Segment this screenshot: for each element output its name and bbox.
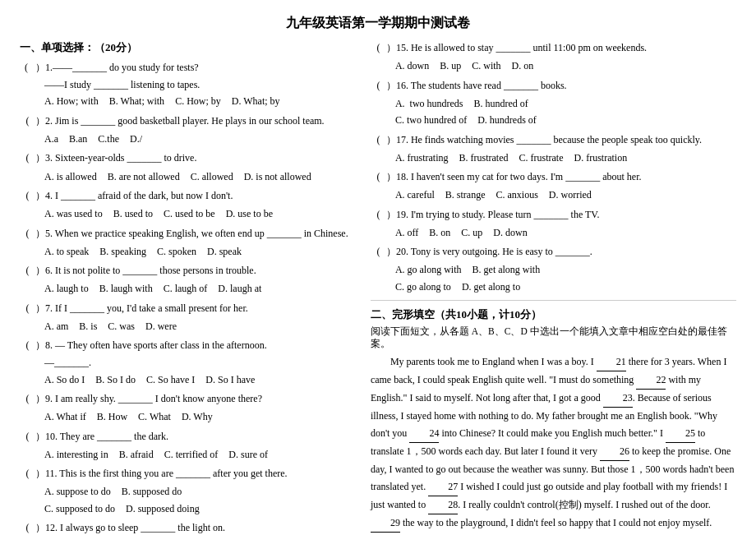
question-3: ( ）3. Sixteen-year-olds _______ to drive… — [20, 150, 357, 185]
section2-title: 二、完形填空（共10小题，计10分） — [371, 307, 736, 322]
section1-title: 一、单项选择：（20分） — [20, 40, 357, 55]
question-12: ( ）12. I always go to sleep _______ the … — [20, 520, 357, 535]
section2-instruction: 阅读下面短文，从各题 A、B、C、D 中选出一个能填入文章中相应空白处的最佳答案… — [371, 325, 736, 350]
question-11: ( ）11. This is the first thing you are _… — [20, 466, 357, 517]
question-20: ( ）20. Tony is very outgoing. He is easy… — [371, 244, 736, 295]
question-9: ( ）9. I am really shy. _______ I don't k… — [20, 391, 357, 426]
question-7: ( ）7. If I _______ you, I'd take a small… — [20, 301, 357, 335]
page-title: 九年级英语第一学期期中测试卷 — [20, 15, 736, 32]
question-5: ( ）5. When we practice speaking English,… — [20, 226, 357, 261]
question-6: ( ）6. It is not polite to _______ those … — [20, 263, 357, 297]
question-1: ( ）1.——_______ do you study for tests? —… — [20, 60, 357, 110]
question-19: ( ）19. I'm trying to study. Please turn … — [371, 207, 736, 242]
question-2: ( ）2. Jim is _______ good basketball pla… — [20, 113, 357, 148]
question-18: ( ）18. I haven't seen my cat for two day… — [371, 169, 736, 204]
question-4: ( ）4. I _______ afraid of the dark, but … — [20, 188, 357, 223]
question-10: ( ）10. They are _______ the dark. A. int… — [20, 429, 357, 464]
question-15: ( ）15. He is allowed to stay _______ unt… — [371, 40, 736, 75]
passage-text: My parents took me to England when I was… — [371, 353, 736, 535]
question-16: ( ）16. The students have read _______ bo… — [371, 78, 736, 129]
question-8: ( ）8. — They often have sports after cla… — [20, 338, 357, 388]
question-17: ( ）17. He finds watching movies _______ … — [371, 132, 736, 167]
